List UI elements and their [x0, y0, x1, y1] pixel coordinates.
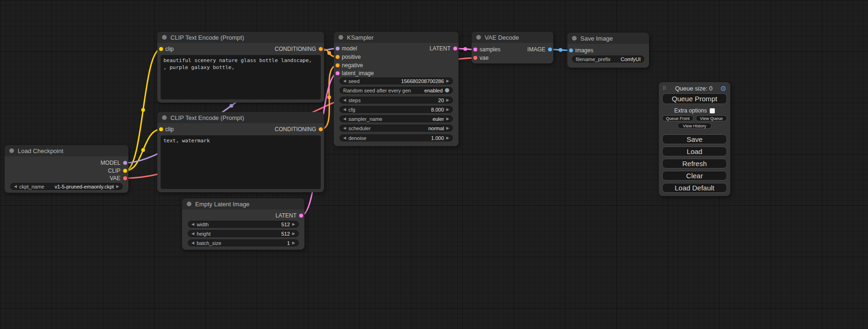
queue-size-label: Queue size: 0	[670, 85, 717, 92]
widget-filename-prefix[interactable]: filename_prefix ComfyUI	[572, 56, 644, 63]
decrement-arrow-icon[interactable]: ◀	[343, 126, 346, 130]
decrement-arrow-icon[interactable]: ◀	[14, 185, 17, 189]
widget-batch-size[interactable]: ◀ batch_size 1 ▶	[188, 239, 299, 246]
decrement-arrow-icon[interactable]: ◀	[343, 136, 346, 140]
refresh-button[interactable]: Refresh	[662, 159, 727, 168]
widget-height[interactable]: ◀ height 512 ▶	[188, 230, 299, 237]
widget-seed[interactable]: ◀ seed 156680208700286 ▶	[339, 77, 453, 84]
widget-sampler-name[interactable]: ◀ sampler_name euler ▶	[339, 115, 453, 122]
input-port-negative: negative	[334, 62, 363, 69]
widget-denoise[interactable]: ◀ denoise 1.000 ▶	[339, 134, 453, 141]
latent-port-dot[interactable]	[299, 213, 303, 218]
node-vae-decode[interactable]: VAE Decode samples IMAGE vae	[472, 32, 553, 63]
widget-cfg[interactable]: ◀ cfg 8.000 ▶	[339, 106, 453, 113]
model-port-dot[interactable]	[123, 161, 127, 165]
increment-arrow-icon[interactable]: ▶	[446, 108, 449, 112]
widget-name: width	[197, 222, 209, 227]
widget-name: denoise	[348, 135, 367, 141]
widget-steps[interactable]: ◀ steps 20 ▶	[339, 97, 453, 104]
decrement-arrow-icon[interactable]: ◀	[191, 232, 194, 236]
clear-button[interactable]: Clear	[662, 171, 727, 181]
increment-arrow-icon[interactable]: ▶	[292, 241, 295, 245]
vae-port-dot[interactable]	[473, 56, 478, 60]
port-label: clip	[165, 46, 174, 52]
clip-port-dot[interactable]	[159, 47, 163, 51]
image-port-dot[interactable]	[569, 48, 573, 53]
wire-midpoint-dot	[141, 108, 145, 112]
toggle-knob-icon[interactable]	[445, 88, 449, 92]
increment-arrow-icon[interactable]: ▶	[446, 126, 449, 130]
output-port-model: MODEL	[100, 160, 128, 166]
node-title-bar[interactable]: VAE Decode	[472, 32, 553, 43]
node-load-checkpoint[interactable]: Load Checkpoint MODEL CLIP VAE ◀ ckpt_na…	[5, 145, 128, 193]
vae-port-dot[interactable]	[123, 176, 127, 181]
node-empty-latent-image[interactable]: Empty Latent Image LATENT ◀ width 512 ▶ …	[182, 198, 304, 250]
node-status-dot	[476, 35, 481, 40]
extra-options-label: Extra options	[674, 107, 707, 114]
decrement-arrow-icon[interactable]: ◀	[343, 98, 346, 102]
increment-arrow-icon[interactable]: ▶	[446, 79, 449, 83]
widget-value: 1	[224, 240, 290, 246]
widget-random-seed-toggle[interactable]: Random seed after every gen enabled	[339, 87, 453, 94]
load-default-button[interactable]: Load Default	[662, 183, 727, 193]
decrement-arrow-icon[interactable]: ◀	[191, 223, 194, 226]
settings-gear-icon[interactable]: ⚙	[720, 85, 727, 92]
widget-width[interactable]: ◀ width 512 ▶	[188, 221, 299, 228]
node-graph-canvas[interactable]: Load Checkpoint MODEL CLIP VAE ◀ ckpt_na…	[0, 0, 868, 329]
input-port-clip: clip	[157, 46, 174, 52]
node-title-bar[interactable]: Load Checkpoint	[5, 145, 128, 156]
node-title-bar[interactable]: Save Image	[567, 33, 649, 44]
increment-arrow-icon[interactable]: ▶	[446, 117, 449, 121]
drag-handle-icon[interactable]: ⠿	[663, 85, 666, 91]
node-title-bar[interactable]: CLIP Text Encode (Prompt)	[157, 112, 324, 123]
increment-arrow-icon[interactable]: ▶	[116, 185, 119, 189]
load-button[interactable]: Load	[662, 147, 727, 156]
latent-port-dot[interactable]	[335, 71, 340, 76]
increment-arrow-icon[interactable]: ▶	[446, 136, 449, 140]
increment-arrow-icon[interactable]: ▶	[292, 223, 295, 226]
clip-port-dot[interactable]	[159, 127, 163, 132]
port-label: images	[575, 47, 593, 54]
wire-midpoint-dot	[559, 48, 563, 52]
node-clip-text-encode-positive[interactable]: CLIP Text Encode (Prompt) clip CONDITION…	[157, 32, 324, 103]
conditioning-port-dot[interactable]	[335, 63, 340, 68]
node-title-bar[interactable]: Empty Latent Image	[182, 198, 304, 210]
prompt-textarea[interactable]: text, watermark	[161, 135, 321, 189]
node-title-bar[interactable]: CLIP Text Encode (Prompt)	[157, 32, 324, 43]
image-port-dot[interactable]	[548, 47, 552, 52]
decrement-arrow-icon[interactable]: ◀	[343, 79, 346, 83]
conditioning-port-dot[interactable]	[318, 47, 323, 51]
prompt-textarea[interactable]: beautiful scenery nature glass bottle la…	[161, 55, 321, 99]
widget-scheduler[interactable]: ◀ scheduler normal ▶	[339, 125, 453, 132]
node-save-image[interactable]: Save Image images filename_prefix ComfyU…	[567, 33, 649, 68]
input-port-samples: samples	[472, 46, 501, 53]
node-clip-text-encode-negative[interactable]: CLIP Text Encode (Prompt) clip CONDITION…	[157, 112, 324, 192]
widget-value: v1-5-pruned-emaonly.ckpt	[47, 184, 114, 189]
latent-port-dot[interactable]	[453, 46, 458, 51]
port-label: CLIP	[108, 168, 120, 174]
widget-ckpt-name[interactable]: ◀ ckpt_name v1-5-pruned-emaonly.ckpt ▶	[10, 183, 123, 190]
latent-port-dot[interactable]	[473, 47, 478, 52]
output-port-conditioning: CONDITIONING	[275, 46, 324, 52]
save-button[interactable]: Save	[662, 134, 727, 144]
clip-port-dot[interactable]	[123, 168, 127, 173]
node-title-bar[interactable]: KSampler	[334, 32, 459, 43]
conditioning-port-dot[interactable]	[335, 55, 340, 59]
increment-arrow-icon[interactable]: ▶	[292, 232, 295, 236]
extra-options-checkbox[interactable]	[710, 108, 715, 113]
view-history-button[interactable]: View History	[677, 123, 712, 129]
queue-prompt-button[interactable]: Queue Prompt	[662, 93, 727, 104]
decrement-arrow-icon[interactable]: ◀	[343, 108, 346, 112]
decrement-arrow-icon[interactable]: ◀	[343, 117, 346, 121]
decrement-arrow-icon[interactable]: ◀	[191, 241, 194, 245]
node-status-dot	[339, 35, 343, 40]
node-ksampler[interactable]: KSampler model LATENT positive negative …	[334, 32, 459, 146]
model-port-dot[interactable]	[335, 46, 340, 51]
increment-arrow-icon[interactable]: ▶	[446, 98, 449, 102]
view-queue-button[interactable]: View Queue	[696, 115, 727, 121]
queue-front-button[interactable]: Queue Front	[662, 115, 693, 121]
node-status-dot	[572, 36, 577, 41]
conditioning-port-dot[interactable]	[318, 127, 323, 132]
queue-menu-panel: ⠿ Queue size: 0 ⚙ Queue Prompt Extra opt…	[659, 82, 730, 196]
wire-midpoint-dot	[464, 47, 467, 51]
